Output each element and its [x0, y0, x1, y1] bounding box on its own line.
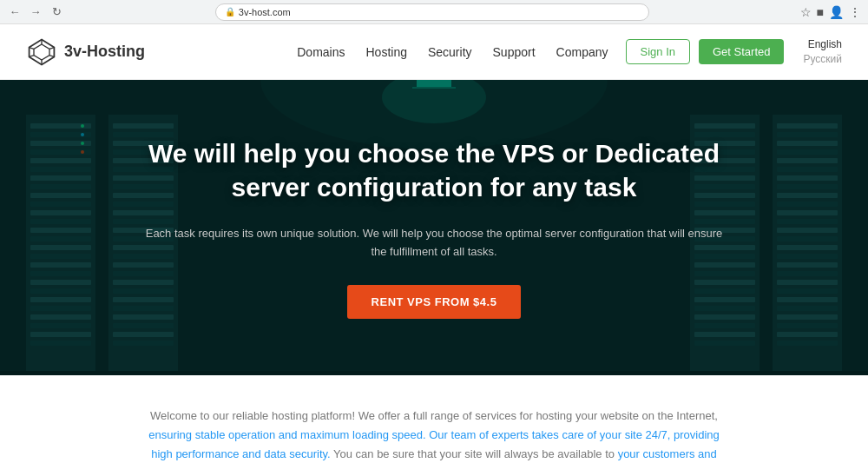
description-plain-3: You can be sure that your site will alwa…: [331, 447, 618, 460]
reload-button[interactable]: ↻: [49, 4, 64, 20]
menu-icon[interactable]: ⋮: [849, 5, 861, 19]
bookmark-icon[interactable]: ☆: [800, 5, 812, 19]
browser-chrome: ← → ↻ 🔒 3v-host.com ☆ ■ 👤 ⋮: [0, 0, 868, 24]
description-text: Welcome to our reliable hosting platform…: [139, 407, 729, 463]
logo[interactable]: 3v-Hosting: [26, 36, 145, 68]
nav-security[interactable]: Security: [428, 45, 472, 59]
address-bar[interactable]: 🔒 3v-host.com: [215, 3, 649, 21]
nav-domains[interactable]: Domains: [297, 45, 345, 59]
url-text: 3v-host.com: [239, 7, 291, 17]
hero-section: We will help you choose the VPS or Dedic…: [0, 80, 868, 375]
description-highlight-1: ensuring stable operation and maximum lo…: [148, 428, 425, 441]
nav-hosting[interactable]: Hosting: [365, 45, 406, 59]
rent-vps-button[interactable]: RENT VPS FROM $4.5: [347, 285, 522, 319]
description-plain-start: Welcome to our reliable hosting platform…: [150, 409, 718, 422]
lang-ru: Русский: [803, 52, 842, 67]
nav-company[interactable]: Company: [556, 45, 608, 59]
description-section: Welcome to our reliable hosting platform…: [0, 375, 868, 463]
extensions-icon[interactable]: ■: [817, 5, 824, 19]
nav-actions: Sign In Get Started English Русский: [626, 37, 843, 67]
browser-actions: ☆ ■ 👤 ⋮: [800, 5, 861, 19]
hero-content: We will help you choose the VPS or Dedic…: [61, 136, 807, 320]
svg-marker-1: [34, 44, 49, 60]
language-switcher[interactable]: English Русский: [803, 37, 842, 67]
hero-title: We will help you choose the VPS or Dedic…: [113, 136, 755, 204]
forward-button[interactable]: →: [28, 4, 43, 20]
logo-text: 3v-Hosting: [64, 43, 145, 61]
lang-en: English: [808, 37, 842, 52]
getstarted-button[interactable]: Get Started: [699, 39, 784, 64]
logo-icon: [26, 36, 57, 68]
nav-support[interactable]: Support: [493, 45, 536, 59]
navbar: 3v-Hosting Domains Hosting Security Supp…: [0, 24, 868, 80]
nav-links: Domains Hosting Security Support Company: [297, 45, 608, 59]
lock-icon: 🔒: [225, 7, 235, 17]
hero-subtitle: Each task requires its own unique soluti…: [139, 225, 729, 261]
back-button[interactable]: ←: [7, 4, 23, 20]
signin-button[interactable]: Sign In: [626, 39, 690, 64]
profile-icon[interactable]: 👤: [829, 5, 844, 19]
